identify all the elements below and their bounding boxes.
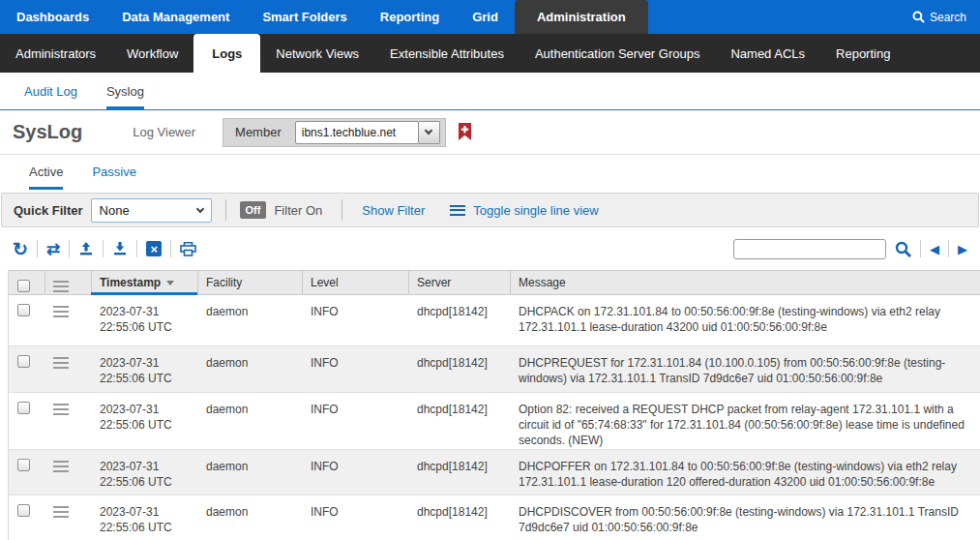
row-menu-icon[interactable]: [53, 306, 69, 317]
topnav-item[interactable]: Administration: [515, 0, 648, 34]
log-viewer-label: Log Viewer: [133, 125, 195, 139]
next-page-icon[interactable]: ▶: [958, 243, 967, 255]
filter-on-label: Filter On: [274, 203, 322, 218]
topnav-item[interactable]: Data Management: [105, 0, 246, 34]
top-nav: Dashboards Data Management Smart Folders…: [0, 0, 980, 34]
column-header-message[interactable]: Message: [511, 271, 980, 294]
column-header-level[interactable]: Level: [303, 271, 409, 294]
tab-passive[interactable]: Passive: [92, 165, 136, 190]
tab-syslog[interactable]: Syslog: [106, 84, 144, 109]
search-label: Search: [930, 11, 966, 24]
chevron-down-icon: [425, 127, 432, 135]
column-header-facility[interactable]: Facility: [198, 271, 303, 294]
subnav-item[interactable]: Logs: [193, 34, 260, 73]
row-checkbox[interactable]: [17, 355, 30, 368]
table-row[interactable]: 2023-07-31 22:55:06 UTC daemon INFO dhcp…: [9, 495, 980, 540]
cell-timestamp: 2023-07-31 22:55:06 UTC: [92, 393, 198, 449]
topnav-item[interactable]: Dashboards: [0, 0, 105, 34]
cell-message: DHCPREQUEST for 172.31.101.84 (10.100.0.…: [511, 346, 980, 392]
top-nav-items: Dashboards Data Management Smart Folders…: [0, 0, 648, 34]
cell-server: dhcpd[18142]: [409, 295, 511, 345]
column-header-server[interactable]: Server: [409, 271, 511, 294]
print-icon[interactable]: [180, 242, 196, 256]
clear-icon[interactable]: ×: [146, 241, 162, 256]
global-search[interactable]: Search: [899, 0, 980, 34]
topnav-item[interactable]: Reporting: [364, 0, 456, 34]
quick-filter-value: None: [100, 203, 130, 218]
cell-select: [9, 495, 45, 540]
subnav-item[interactable]: Reporting: [820, 34, 906, 73]
row-menu-icon[interactable]: [53, 357, 69, 369]
select-all-checkbox[interactable]: [17, 280, 30, 292]
table-menu-icon[interactable]: [53, 281, 69, 292]
cell-facility: daemon: [198, 295, 303, 345]
row-checkbox[interactable]: [17, 459, 30, 471]
column-header-timestamp[interactable]: Timestamp: [92, 271, 198, 294]
filter-toggle-badge[interactable]: Off: [240, 201, 267, 219]
divider: [103, 240, 104, 257]
subnav-item[interactable]: Extensible Attributes: [374, 34, 520, 73]
subnav-item[interactable]: Named ACLs: [715, 34, 820, 73]
table-row[interactable]: 2023-07-31 22:55:06 UTC daemon INFO dhcp…: [9, 295, 980, 346]
quick-filter-bar: Quick Filter None Off Filter On Show Fil…: [1, 193, 979, 227]
cell-level: INFO: [303, 393, 409, 449]
cell-level: INFO: [303, 295, 409, 345]
table-row[interactable]: 2023-07-31 22:55:06 UTC daemon INFO dhcp…: [9, 450, 980, 495]
table-search-input[interactable]: [733, 239, 886, 259]
prev-page-icon[interactable]: ◀: [930, 243, 939, 255]
member-label: Member: [235, 125, 282, 139]
divider: [37, 240, 38, 257]
cell-timestamp: 2023-07-31 22:55:06 UTC: [92, 346, 198, 392]
cell-menu: [45, 450, 92, 495]
show-filter-link[interactable]: Show Filter: [362, 203, 425, 218]
cell-timestamp: 2023-07-31 22:55:06 UTC: [92, 295, 198, 345]
subnav-item[interactable]: Authentication Server Groups: [520, 34, 716, 73]
cell-timestamp: 2023-07-31 22:55:06 UTC: [92, 450, 198, 495]
row-menu-icon[interactable]: [53, 506, 69, 518]
table-row[interactable]: 2023-07-31 22:55:06 UTC daemon INFO dhcp…: [9, 346, 980, 393]
cell-select: [9, 393, 45, 449]
subnav-item[interactable]: Administrators: [0, 34, 111, 73]
refresh-icon[interactable]: ↻: [13, 240, 28, 258]
cell-menu: [45, 393, 92, 449]
syslog-table: Timestamp Facility Level Server Message …: [8, 270, 980, 540]
divider: [948, 240, 949, 257]
cell-facility: daemon: [198, 450, 303, 495]
admin-subnav: Administrators Workflow Logs Network Vie…: [0, 34, 980, 73]
quick-filter-label: Quick Filter: [14, 203, 83, 218]
table-row[interactable]: 2023-07-31 22:55:06 UTC daemon INFO dhcp…: [9, 393, 980, 450]
cell-menu: [45, 346, 92, 392]
bookmark-add-icon[interactable]: [458, 123, 472, 141]
row-checkbox[interactable]: [17, 504, 30, 517]
transfer-icon[interactable]: ⇄: [46, 241, 60, 257]
member-dropdown-button[interactable]: [419, 121, 440, 144]
toggle-single-line-link[interactable]: Toggle single line view: [473, 203, 598, 218]
divider: [69, 240, 70, 257]
header-select-all: [9, 271, 45, 294]
topnav-item[interactable]: Grid: [456, 0, 515, 34]
subnav-item[interactable]: Workflow: [111, 34, 193, 73]
cell-server: dhcpd[18142]: [409, 450, 511, 495]
member-select[interactable]: ibns1.techblue.net: [295, 121, 419, 144]
quick-filter-select[interactable]: None: [91, 198, 212, 223]
single-line-view-icon[interactable]: [450, 205, 465, 216]
upload-icon[interactable]: [78, 241, 94, 256]
cell-select: [9, 295, 45, 345]
row-menu-icon[interactable]: [53, 404, 69, 415]
row-menu-icon[interactable]: [53, 461, 69, 472]
cell-facility: daemon: [198, 495, 303, 540]
search-go-icon[interactable]: [895, 241, 911, 257]
header-menu: [45, 271, 92, 294]
download-icon[interactable]: [112, 241, 128, 256]
chevron-down-icon: [195, 204, 203, 212]
cell-message: DHCPACK on 172.31.101.84 to 00:50:56:00:…: [511, 295, 980, 345]
topnav-item[interactable]: Smart Folders: [246, 0, 363, 34]
subnav-item[interactable]: Network Views: [260, 34, 374, 73]
row-checkbox[interactable]: [17, 402, 30, 414]
tab-audit-log[interactable]: Audit Log: [24, 84, 77, 109]
page-header: SysLog Log Viewer Member ibns1.techblue.…: [0, 110, 980, 155]
row-checkbox[interactable]: [17, 304, 30, 316]
divider: [225, 199, 226, 221]
tab-active[interactable]: Active: [29, 165, 63, 190]
cell-server: dhcpd[18142]: [409, 346, 511, 392]
